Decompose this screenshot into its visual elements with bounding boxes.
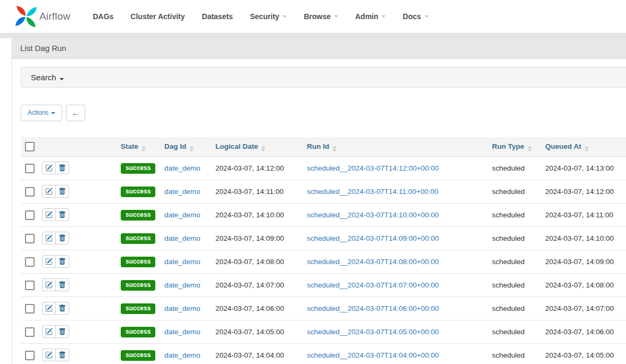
- delete-record-button[interactable]: [55, 349, 69, 361]
- edit-record-button[interactable]: [42, 208, 56, 221]
- edit-icon: [45, 164, 53, 172]
- edit-record-button[interactable]: [42, 185, 56, 198]
- run-id-link[interactable]: scheduled__2024-03-07T14:07:00+00:00: [307, 281, 439, 289]
- row-checkbox[interactable]: [25, 351, 35, 360]
- logical-date-cell: 2024-03-07, 14:12:00: [215, 164, 284, 172]
- run-id-link[interactable]: scheduled__2024-03-07T14:11:00+00:00: [307, 188, 438, 196]
- delete-record-button[interactable]: [55, 255, 69, 268]
- logical-date-cell: 2024-03-07, 14:04:00: [215, 351, 284, 359]
- delete-record-button[interactable]: [55, 302, 69, 315]
- back-button[interactable]: ←: [66, 105, 85, 121]
- nav-item-dags[interactable]: DAGs: [84, 7, 122, 26]
- state-badge: success: [121, 210, 155, 221]
- column-header-queued-at[interactable]: Queued At: [545, 137, 626, 157]
- run-id-link[interactable]: scheduled__2024-03-07T14:12:00+00:00: [307, 164, 439, 172]
- row-checkbox[interactable]: [25, 304, 35, 314]
- dag-id-link[interactable]: date_demo: [164, 351, 201, 359]
- edit-record-button[interactable]: [42, 232, 56, 244]
- trash-icon: [59, 234, 66, 242]
- queued-at-cell: 2024-03-07, 14:08:00: [545, 281, 614, 289]
- sort-icon: [528, 146, 532, 151]
- actions-button[interactable]: Actions: [21, 105, 62, 121]
- nav-item-datasets[interactable]: Datasets: [194, 7, 241, 26]
- select-all-checkbox[interactable]: [25, 142, 35, 151]
- edit-record-button[interactable]: [42, 325, 56, 338]
- state-badge: success: [121, 350, 155, 361]
- page-title: List Dag Run: [20, 44, 66, 53]
- dag-id-link[interactable]: date_demo: [164, 328, 201, 336]
- dag-id-link[interactable]: date_demo: [164, 211, 201, 219]
- row-checkbox[interactable]: [25, 281, 35, 290]
- table-row: success date_demo 2024-03-07, 14:08:00 s…: [21, 250, 626, 274]
- run-id-link[interactable]: scheduled__2024-03-07T14:05:00+00:00: [307, 328, 439, 336]
- run-type-cell: scheduled: [492, 211, 525, 219]
- run-id-link[interactable]: scheduled__2024-03-07T14:06:00+00:00: [307, 304, 439, 312]
- state-badge: success: [121, 187, 155, 197]
- caret-down-icon: [424, 15, 429, 18]
- select-all-header: [21, 137, 42, 157]
- edit-icon: [45, 351, 53, 359]
- table-row: success date_demo 2024-03-07, 14:12:00 s…: [21, 157, 626, 180]
- run-id-link[interactable]: scheduled__2024-03-07T14:09:00+00:00: [307, 234, 439, 242]
- run-id-link[interactable]: scheduled__2024-03-07T14:10:00+00:00: [307, 211, 439, 219]
- column-label: Run Id: [307, 142, 329, 150]
- delete-record-button[interactable]: [55, 208, 69, 221]
- column-header-dag-id[interactable]: Dag Id: [164, 137, 215, 157]
- row-checkbox[interactable]: [25, 257, 35, 267]
- logical-date-cell: 2024-03-07, 14:10:00: [215, 211, 284, 219]
- queued-at-cell: 2024-03-07, 14:12:00: [545, 188, 614, 196]
- dag-id-link[interactable]: date_demo: [164, 304, 201, 312]
- delete-record-button[interactable]: [55, 162, 69, 174]
- delete-record-button[interactable]: [55, 232, 69, 244]
- queued-at-cell: 2024-03-07, 14:07:00: [545, 304, 614, 312]
- row-checkbox[interactable]: [25, 187, 35, 197]
- dag-id-link[interactable]: date_demo: [164, 281, 201, 289]
- table-row: success date_demo 2024-03-07, 14:04:00 s…: [21, 344, 626, 364]
- dag-id-link[interactable]: date_demo: [164, 258, 201, 266]
- run-id-link[interactable]: scheduled__2024-03-07T14:08:00+00:00: [307, 258, 439, 266]
- dag-id-link[interactable]: date_demo: [164, 188, 201, 196]
- nav-item-label: Cluster Activity: [130, 12, 185, 21]
- caret-down-icon: [282, 15, 287, 18]
- nav-item-label: Datasets: [202, 12, 233, 21]
- nav-item-browse[interactable]: Browse: [295, 7, 347, 26]
- delete-record-button[interactable]: [55, 325, 69, 338]
- edit-record-button[interactable]: [42, 162, 56, 174]
- nav-item-cluster-activity[interactable]: Cluster Activity: [122, 7, 193, 26]
- nav-item-admin[interactable]: Admin: [347, 7, 395, 26]
- edit-record-button[interactable]: [42, 302, 56, 315]
- edit-icon: [45, 304, 53, 312]
- row-checkbox[interactable]: [25, 210, 35, 220]
- nav-item-label: Browse: [304, 12, 331, 21]
- dag-id-link[interactable]: date_demo: [164, 164, 201, 172]
- main-menu: DAGs Cluster Activity Datasets Security …: [84, 7, 437, 26]
- row-checkbox[interactable]: [25, 164, 35, 173]
- panel-body: Search Actions ← State Dag Id Logical Da…: [12, 59, 626, 364]
- column-header-run-id[interactable]: Run Id: [307, 137, 492, 157]
- column-header-state[interactable]: State: [121, 137, 164, 157]
- edit-icon: [45, 211, 53, 218]
- state-badge: success: [121, 327, 155, 337]
- edit-record-button[interactable]: [42, 278, 56, 291]
- sort-icon: [141, 146, 146, 151]
- logical-date-cell: 2024-03-07, 14:06:00: [215, 304, 284, 312]
- delete-record-button[interactable]: [55, 185, 69, 198]
- row-checkbox[interactable]: [25, 327, 35, 337]
- record-actions: [42, 302, 69, 315]
- dag-id-link[interactable]: date_demo: [164, 234, 201, 242]
- row-checkbox[interactable]: [25, 234, 35, 243]
- delete-record-button[interactable]: [55, 278, 69, 291]
- edit-record-button[interactable]: [42, 255, 56, 268]
- airflow-brand[interactable]: Airflow: [15, 5, 70, 28]
- nav-item-security[interactable]: Security: [241, 7, 295, 26]
- column-header-run-type[interactable]: Run Type: [492, 137, 545, 157]
- list-dag-run-panel: List Dag Run Search Actions ← State Dag …: [12, 38, 626, 364]
- edit-record-button[interactable]: [42, 349, 56, 361]
- record-actions: [42, 162, 69, 174]
- nav-item-docs[interactable]: Docs: [394, 7, 437, 26]
- edit-icon: [45, 281, 53, 289]
- search-dropdown[interactable]: Search: [21, 67, 626, 88]
- column-header-logical-date[interactable]: Logical Date: [215, 137, 307, 157]
- edit-icon: [45, 328, 53, 335]
- run-id-link[interactable]: scheduled__2024-03-07T14:04:00+00:00: [307, 351, 439, 359]
